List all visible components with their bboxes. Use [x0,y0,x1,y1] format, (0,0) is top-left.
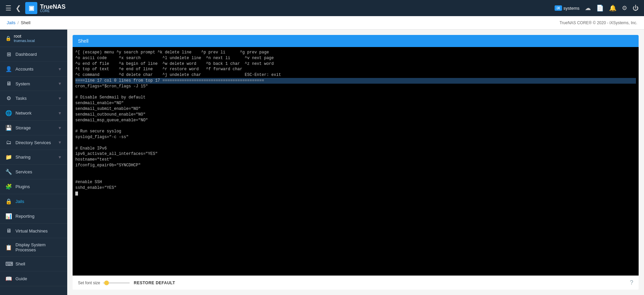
logo-box: ▣ [25,2,37,14]
back-button[interactable]: ❮ [15,4,21,12]
sharing-icon: 📁 [5,154,12,160]
font-size-label: Set font size [78,281,100,285]
chevron-down-icon: ▼ [58,140,62,145]
virtual-machines-icon: 🖥 [5,228,12,234]
sidebar-item-services[interactable]: 🔧 Services [0,165,67,179]
sidebar-item-label: Shell [15,261,25,266]
sidebar-item-jails[interactable]: 🔒 Jails [0,194,67,209]
sidebar-item-storage[interactable]: 💾 Storage ▼ [0,121,67,135]
sidebar-item-label: Network [15,111,32,116]
ixsystems-logo: iX systems [555,5,579,11]
chevron-down-icon: ▼ [58,155,62,160]
sidebar-item-accounts[interactable]: 👤 Accounts ▼ [0,62,67,77]
font-slider[interactable] [103,282,130,284]
user-info-block: root truenas.local [14,34,35,43]
sidebar-item-label: Dashboard [15,52,37,57]
sidebar-item-shell[interactable]: ⌨ Shell [0,257,67,271]
help-icon[interactable]: ? [630,279,633,286]
jails-icon: 🔒 [5,198,12,205]
directory-services-icon: 🗂 [5,139,12,145]
system-icon: 🖥 [5,81,12,87]
hamburger-menu[interactable]: ☰ [5,4,11,12]
font-slider-thumb [104,281,109,285]
sidebar-item-label: Tasks [15,96,27,101]
logo-area: ▣ TrueNAS CORE [25,2,66,14]
services-icon: 🔧 [5,169,12,175]
shell-panel: Shell ^[ (escape) menu ^y search prompt … [73,35,639,290]
sidebar-item-label: Services [15,169,32,174]
chevron-down-icon: ▼ [58,96,62,101]
sidebar: 🔒 root truenas.local ⊞ Dashboard 👤 Accou… [0,30,67,295]
topbar: ☰ ❮ ▣ TrueNAS CORE iX systems ☁ 📄 🔔 ⚙ ⏻ [0,0,644,16]
sidebar-item-label: Directory Services [15,140,51,145]
settings-icon[interactable]: ⚙ [622,4,627,12]
tasks-icon: ⚙ [5,95,12,101]
sidebar-item-network[interactable]: 🌐 Network ▼ [0,106,67,121]
logo-text-area: TrueNAS CORE [40,3,66,13]
shell-footer: Set font size RESTORE DEFAULT ? [73,276,639,290]
chevron-down-icon: ▼ [58,81,62,86]
document-icon[interactable]: 📄 [596,4,604,12]
logo-icon: ▣ [29,4,34,12]
shell-title: Shell [78,38,88,44]
sidebar-item-label: Accounts [15,67,33,72]
sidebar-item-system[interactable]: 🖥 System ▼ [0,77,67,91]
breadcrumb-separator: / [17,20,19,25]
user-section: 🔒 root truenas.local [0,30,67,47]
sidebar-item-label: Storage [15,125,31,130]
restore-default-button[interactable]: RESTORE DEFAULT [134,281,175,285]
ix-badge: iX [555,5,562,11]
sidebar-item-guide[interactable]: 📖 Guide [0,271,67,286]
main-layout: 🔒 root truenas.local ⊞ Dashboard 👤 Accou… [0,30,644,295]
ix-text: systems [563,6,579,11]
sidebar-item-plugins[interactable]: 🧩 Plugins [0,179,67,194]
shell-header: Shell [73,35,639,47]
user-host: truenas.local [14,39,35,43]
chevron-down-icon: ▼ [58,126,62,130]
topbar-right: iX systems ☁ 📄 🔔 ⚙ ⏻ [555,4,639,12]
sidebar-item-reporting[interactable]: 📊 Reporting [0,209,67,224]
user-lock-icon: 🔒 [5,36,11,41]
sidebar-item-label: Sharing [15,155,31,160]
sidebar-item-directory-services[interactable]: 🗂 Directory Services ▼ [0,135,67,150]
power-icon[interactable]: ⏻ [633,5,639,12]
sidebar-item-label: System [15,81,30,86]
dashboard-icon: ⊞ [5,51,12,57]
username: root [14,34,35,39]
sidebar-item-display-system-processes[interactable]: 📋 Display System Processes [0,238,67,257]
version-text: TrueNAS CORE® © 2020 - iXSystems, Inc. [560,20,637,25]
font-size-area: Set font size [78,281,130,285]
accounts-icon: 👤 [5,66,12,72]
cloud-icon[interactable]: ☁ [585,4,591,12]
sidebar-item-label: Jails [15,199,24,204]
sidebar-item-label: Reporting [15,214,34,219]
sidebar-item-label: Plugins [15,184,30,189]
breadcrumb-bar: Jails / Shell TrueNAS CORE® © 2020 - iXS… [0,16,644,30]
terminal[interactable]: ^[ (escape) menu ^y search prompt ^k del… [73,47,639,276]
sidebar-item-virtual-machines[interactable]: 🖥 Virtual Machines [0,224,67,238]
breadcrumb-current: Shell [21,20,31,25]
chevron-down-icon: ▼ [58,111,62,116]
shell-icon: ⌨ [5,261,12,267]
sidebar-item-label: Virtual Machines [15,228,48,234]
display-system-processes-icon: 📋 [5,244,12,251]
sidebar-item-label: Display System Processes [15,242,62,252]
content-area: Shell ^[ (escape) menu ^y search prompt … [67,30,644,295]
chevron-down-icon: ▼ [58,67,62,72]
sidebar-item-tasks[interactable]: ⚙ Tasks ▼ [0,91,67,106]
topbar-left: ☰ ❮ ▣ TrueNAS CORE [5,2,66,14]
guide-icon: 📖 [5,276,12,282]
sidebar-item-label: Guide [15,276,27,281]
network-icon: 🌐 [5,110,12,116]
storage-icon: 💾 [5,125,12,131]
reporting-icon: 📊 [5,213,12,219]
plugins-icon: 🧩 [5,183,12,190]
breadcrumb: Jails / Shell [7,20,31,25]
sidebar-item-dashboard[interactable]: ⊞ Dashboard [0,47,67,62]
sidebar-item-sharing[interactable]: 📁 Sharing ▼ [0,150,67,165]
bell-icon[interactable]: 🔔 [609,4,616,12]
breadcrumb-parent[interactable]: Jails [7,20,15,25]
